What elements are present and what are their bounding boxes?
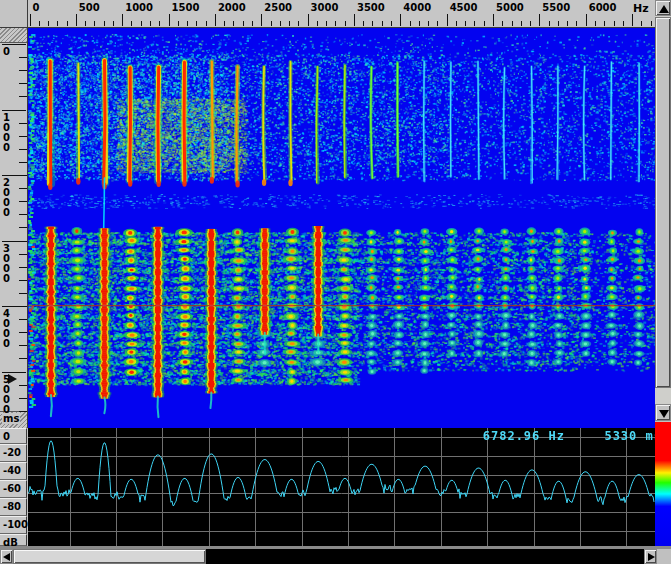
time-minor-tick [19, 70, 27, 71]
freq-minor-tick [196, 21, 197, 26]
freq-minor-tick [474, 21, 475, 26]
freq-minor-tick [39, 21, 40, 26]
scroll-right-button[interactable] [644, 549, 657, 564]
freq-tick-label: 0 [33, 2, 40, 13]
freq-minor-tick [271, 21, 272, 26]
amplitude-colorbar [655, 422, 671, 546]
time-major-tick [2, 110, 26, 111]
freq-minor-tick [641, 21, 642, 26]
left-arrow-icon [3, 553, 10, 561]
freq-minor-tick [169, 21, 170, 26]
freq-minor-tick [586, 21, 587, 26]
freq-tick-label: 1500 [172, 2, 200, 13]
time-unit-label: ms [2, 413, 20, 424]
freq-minor-tick [233, 21, 234, 26]
freq-minor-tick [428, 21, 429, 26]
freq-minor-tick [623, 21, 624, 26]
time-minor-tick [19, 398, 27, 399]
freq-minor-tick [493, 21, 494, 26]
time-minor-tick [19, 162, 27, 163]
freq-minor-tick [335, 21, 336, 26]
time-minor-tick [19, 241, 27, 242]
horizontal-scroll-thumb[interactable] [13, 549, 206, 564]
freq-minor-tick [94, 21, 95, 26]
time-minor-tick [19, 385, 27, 386]
freq-minor-tick [122, 21, 123, 26]
freq-major-tick [30, 14, 31, 26]
freq-tick-label: 5500 [542, 2, 570, 13]
time-minor-tick [19, 306, 27, 307]
freq-minor-tick [131, 21, 132, 26]
db-tick-label: -100 [0, 516, 27, 534]
freq-minor-tick [141, 21, 142, 26]
time-minor-tick [19, 123, 27, 124]
freq-minor-tick [465, 21, 466, 26]
freq-minor-tick [595, 21, 596, 26]
time-minor-tick [19, 254, 27, 255]
freq-major-tick [261, 14, 262, 26]
time-minor-tick [19, 293, 27, 294]
freq-minor-tick [289, 21, 290, 26]
freq-minor-tick [539, 21, 540, 26]
down-arrow-icon [659, 410, 669, 418]
vertical-scroll-thumb[interactable] [655, 17, 671, 388]
freq-minor-tick [502, 21, 503, 26]
time-minor-tick [19, 83, 27, 84]
time-minor-tick [19, 57, 27, 58]
freq-minor-tick [224, 21, 225, 26]
freq-minor-tick [298, 21, 299, 26]
time-minor-tick [19, 267, 27, 268]
scroll-up-button[interactable] [655, 0, 671, 16]
time-minor-tick [19, 358, 27, 359]
up-arrow-icon [659, 5, 669, 13]
freq-minor-tick [400, 21, 401, 26]
scroll-down-button[interactable] [655, 404, 671, 421]
freq-minor-tick [512, 21, 513, 26]
scroll-left-button[interactable] [0, 549, 13, 564]
freq-tick-label: 2500 [264, 2, 292, 13]
db-axis: 0-20-40-60-80-100dB [0, 428, 28, 546]
time-tick-label: 5000 [3, 375, 13, 415]
vertical-scrollbar[interactable] [655, 0, 671, 421]
freq-minor-tick [604, 21, 605, 26]
freq-minor-tick [521, 21, 522, 26]
freq-minor-tick [484, 21, 485, 26]
time-minor-tick [19, 214, 27, 215]
freq-minor-tick [187, 21, 188, 26]
time-readout: 5330 ms [604, 429, 662, 443]
freq-tick-label: 3500 [357, 2, 385, 13]
freq-tick-label: 6000 [589, 2, 617, 13]
freq-minor-tick [67, 21, 68, 26]
freq-minor-tick [76, 21, 77, 26]
time-major-tick [2, 44, 26, 45]
freq-minor-tick [614, 21, 615, 26]
spectrum-panel-canvas[interactable] [28, 428, 655, 546]
ruler-corner [0, 0, 28, 28]
spectrogram-canvas[interactable] [28, 28, 655, 428]
time-minor-tick [19, 345, 27, 346]
time-minor-tick [19, 201, 27, 202]
freq-tick-label: 5000 [496, 2, 524, 13]
db-tick-label: -60 [0, 480, 27, 498]
freq-minor-tick [85, 21, 86, 26]
freq-minor-tick [206, 21, 207, 26]
freq-minor-tick [437, 21, 438, 26]
time-tick-label: 2000 [3, 178, 13, 218]
freq-minor-tick [363, 21, 364, 26]
freq-minor-tick [113, 21, 114, 26]
time-minor-tick [19, 136, 27, 137]
freq-minor-tick [549, 21, 550, 26]
time-ruler: ms 010002000300040005000 [0, 28, 28, 428]
freq-minor-tick [447, 21, 448, 26]
db-unit-label: dB [0, 534, 27, 546]
horizontal-scrollbar[interactable] [0, 549, 657, 564]
freq-minor-tick [382, 21, 383, 26]
scrollbar-corner [657, 549, 671, 564]
db-tick-label: 0 [0, 428, 27, 444]
freq-minor-tick [530, 21, 531, 26]
frequency-unit-label: Hz [633, 2, 649, 15]
time-minor-tick [19, 227, 27, 228]
freq-tick-label: 4000 [403, 2, 431, 13]
freq-minor-tick [456, 21, 457, 26]
freq-minor-tick [159, 21, 160, 26]
